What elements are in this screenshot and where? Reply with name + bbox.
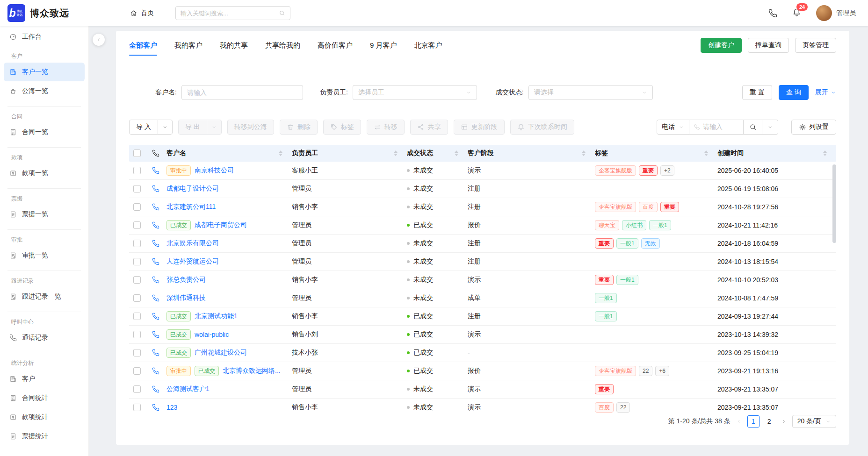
table-row[interactable]: 审批中南京科技公司 客服小王 未成交 演示 企客宝旗舰版重要+2 2025-06… <box>129 162 836 180</box>
tab[interactable]: 我的客户 <box>174 31 203 60</box>
sidebar-item[interactable]: 票据一览 <box>4 205 85 224</box>
customer-name-link[interactable]: 公海测试客户1 <box>166 385 210 393</box>
customer-name-link[interactable]: 张总负责公司 <box>166 276 206 284</box>
row-checkbox[interactable] <box>133 221 141 229</box>
table-row[interactable]: 已成交wolai-public 销售小刘 已成交 演示 2023-10-13 1… <box>129 326 836 344</box>
call-icon[interactable] <box>152 313 159 320</box>
toolbar-button[interactable]: 删除 <box>280 120 318 135</box>
create-customer-button[interactable]: 创建客户 <box>701 38 742 53</box>
tab[interactable]: 全部客户 <box>129 31 157 60</box>
sidebar-item[interactable]: 合同一览 <box>4 123 85 142</box>
customer-name-link[interactable]: 北京建筑公司111 <box>166 203 216 211</box>
toolbar-button[interactable]: 标签 <box>323 120 361 135</box>
table-row[interactable]: 审批中已成交北京博众致远网络... 管理员 已成交 报价 企客宝旗舰版22+6 … <box>129 362 836 380</box>
table-row[interactable]: 北京建筑公司111 销售小李 未成交 注册 企客宝旗舰版百度重要 2024-10… <box>129 198 836 216</box>
table-row[interactable]: 已成交广州花城建设公司 技术小张 已成交 - 2023-09-25 15:04:… <box>129 344 836 362</box>
call-icon[interactable] <box>152 404 159 411</box>
user-menu[interactable]: 管理员 <box>816 5 856 21</box>
query-button[interactable]: 查 询 <box>779 85 809 100</box>
tab[interactable]: 9 月客户 <box>370 31 397 60</box>
call-icon[interactable] <box>152 276 159 284</box>
sidebar-item[interactable]: 工作台 <box>4 28 85 46</box>
row-checkbox[interactable] <box>133 404 141 411</box>
sidebar-item[interactable]: 客户一览 <box>4 63 85 81</box>
table-row[interactable]: 123 销售小李 未成交 演示 百度22 2023-09-21 13:35:07 <box>129 399 836 413</box>
page-number[interactable]: 2 <box>763 415 775 428</box>
sort-icon[interactable] <box>704 150 708 156</box>
toolbar-button[interactable]: 转移到公海 <box>227 120 274 135</box>
sidebar-item[interactable]: 款项统计 <box>4 408 85 427</box>
phone-search-placeholder[interactable]: 请输入 <box>703 123 723 131</box>
search-field-select[interactable]: 电话 <box>657 120 689 135</box>
customer-name-link[interactable]: 北京测试功能1 <box>195 312 238 321</box>
row-checkbox[interactable] <box>133 203 141 211</box>
customer-name-link[interactable]: 大连外贸航运公司 <box>166 257 219 266</box>
global-search-input[interactable] <box>181 10 279 17</box>
customer-name-input[interactable] <box>181 85 303 100</box>
table-scrollbar[interactable] <box>832 164 836 243</box>
tab-manage-button[interactable]: 页签管理 <box>795 38 836 53</box>
row-checkbox[interactable] <box>133 367 141 375</box>
customer-name-link[interactable]: 成都电子设计公司 <box>166 185 219 193</box>
table-row[interactable]: 北京娱乐有限公司 管理员 未成交 注册 重要一般1无效 2024-10-18 1… <box>129 235 836 253</box>
prev-page-icon[interactable] <box>736 419 742 424</box>
sidebar-item[interactable]: 通话记录 <box>4 328 85 347</box>
sidebar-item[interactable]: 合同统计 <box>4 389 85 407</box>
phone-icon[interactable] <box>768 9 777 18</box>
sidebar-item[interactable]: 款项一览 <box>4 164 85 183</box>
row-checkbox[interactable] <box>133 313 141 320</box>
column-header[interactable]: 标签 <box>595 149 717 157</box>
row-checkbox[interactable] <box>133 258 141 265</box>
column-header[interactable]: 成交状态 <box>407 149 468 157</box>
sort-icon[interactable] <box>455 150 458 156</box>
export-dropdown-button[interactable] <box>207 120 222 135</box>
sort-icon[interactable] <box>394 150 398 156</box>
table-row[interactable]: 已成交成都电子商贸公司 管理员 已成交 报价 聊天宝小红书一般1 2024-10… <box>129 216 836 235</box>
customer-name-link[interactable]: 北京博众致远网络... <box>223 367 281 375</box>
sort-icon[interactable] <box>582 150 586 156</box>
table-row[interactable]: 深圳伟通科技 管理员 未成交 成单 一般1 2024-10-08 17:47:5… <box>129 289 836 307</box>
table-row[interactable]: 张总负责公司 销售小李 未成交 演示 重要一般1 2024-10-10 20:5… <box>129 271 836 289</box>
page-size-select[interactable]: 20 条/页 <box>792 415 836 428</box>
customer-name-link[interactable]: 深圳伟通科技 <box>166 294 206 302</box>
column-header[interactable]: 客户阶段 <box>468 149 595 157</box>
row-checkbox[interactable] <box>133 294 141 302</box>
table-search-button[interactable] <box>744 120 762 135</box>
toolbar-button[interactable]: 转移 <box>367 120 405 135</box>
notifications[interactable]: 24 <box>792 8 801 19</box>
call-icon[interactable] <box>152 167 159 174</box>
tab[interactable]: 高价值客户 <box>318 31 353 60</box>
call-icon[interactable] <box>152 331 159 338</box>
collision-check-button[interactable]: 撞单查询 <box>748 38 789 53</box>
call-icon[interactable] <box>152 258 159 265</box>
column-header[interactable]: 负责员工 <box>292 149 407 157</box>
call-icon[interactable] <box>152 203 159 211</box>
sort-icon[interactable] <box>279 150 282 156</box>
row-checkbox[interactable] <box>133 349 141 356</box>
row-checkbox[interactable] <box>133 167 141 174</box>
sidebar-item[interactable]: 审批一览 <box>4 246 85 265</box>
row-checkbox[interactable] <box>133 185 141 192</box>
tab[interactable]: 北京客户 <box>414 31 442 60</box>
nav-home[interactable]: 首页 <box>130 9 154 17</box>
row-checkbox[interactable] <box>133 331 141 338</box>
customer-name-link[interactable]: 广州花城建设公司 <box>195 349 247 357</box>
next-page-icon[interactable] <box>781 419 787 424</box>
deal-status-select[interactable]: 请选择 <box>528 85 653 100</box>
sidebar-item[interactable]: 公海一览 <box>4 82 85 100</box>
column-header[interactable]: 创建时间 <box>717 149 836 157</box>
sidebar-item[interactable]: 票据统计 <box>4 427 85 446</box>
expand-toggle[interactable]: 展开 <box>815 88 836 97</box>
toolbar-button[interactable]: 共享 <box>410 120 448 135</box>
customer-name-link[interactable]: 123 <box>166 404 177 411</box>
table-row[interactable]: 大连外贸航运公司 管理员 未成交 注册 2024-10-13 18:15:54 <box>129 253 836 271</box>
sort-icon[interactable] <box>823 150 827 156</box>
customer-name-link[interactable]: 南京科技公司 <box>195 166 234 175</box>
row-checkbox[interactable] <box>133 240 141 247</box>
tab[interactable]: 我的共享 <box>220 31 248 60</box>
table-row[interactable]: 成都电子设计公司 管理员 未成交 注册 2025-06-19 15:08:06 <box>129 180 836 198</box>
page-number[interactable]: 1 <box>747 415 760 428</box>
call-icon[interactable] <box>152 221 159 229</box>
call-icon[interactable] <box>152 367 159 375</box>
reset-button[interactable]: 重 置 <box>742 85 772 100</box>
